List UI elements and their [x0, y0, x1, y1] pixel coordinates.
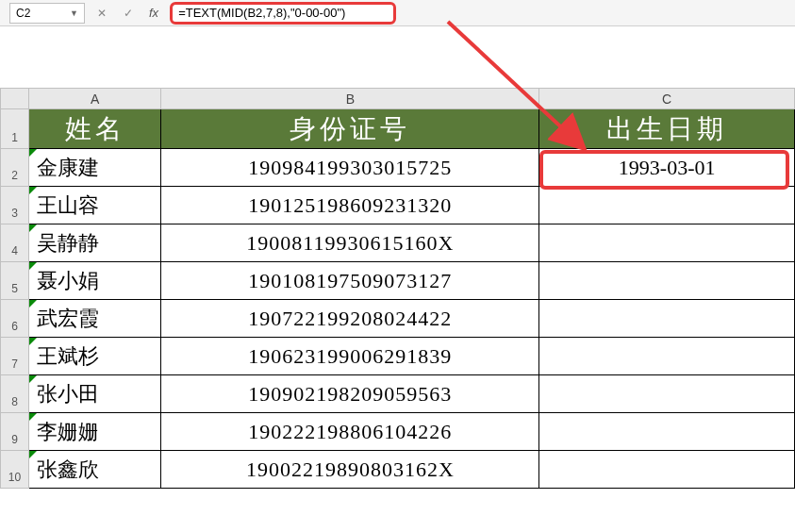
table-row: 3 王山容 190125198609231320	[1, 187, 795, 224]
error-indicator-icon	[29, 300, 37, 308]
error-indicator-icon	[29, 224, 37, 232]
cell-name[interactable]: 吴静静	[29, 224, 161, 262]
formula-text: =TEXT(MID(B2,7,8),"0-00-00")	[178, 6, 345, 20]
cell-id[interactable]: 19002219890803162X	[161, 451, 539, 489]
row-number[interactable]: 6	[1, 300, 29, 338]
cell-name[interactable]: 聂小娟	[29, 262, 161, 300]
formula-toolbar: C2 ▼ ✕ ✓ fx =TEXT(MID(B2,7,8),"0-00-00")	[0, 0, 795, 26]
row-number[interactable]: 4	[1, 224, 29, 262]
error-indicator-icon	[29, 338, 37, 345]
error-indicator-icon	[29, 375, 37, 383]
spreadsheet-grid: A B C 1 姓名 身份证号 出生日期 2 金康建 1909841993030…	[0, 88, 795, 489]
table-row: 4 吴静静 19008119930615160X	[1, 224, 795, 262]
cell-date[interactable]	[539, 224, 795, 262]
row-number[interactable]: 3	[1, 187, 29, 224]
header-row: 1 姓名 身份证号 出生日期	[1, 109, 795, 149]
table-row: 8 张小田 190902198209059563	[1, 375, 795, 413]
cell-name[interactable]: 金康建	[29, 149, 161, 187]
cell-date[interactable]	[539, 300, 795, 338]
row-number[interactable]: 5	[1, 262, 29, 300]
column-header-a[interactable]: A	[29, 89, 161, 109]
cell-name[interactable]: 武宏霞	[29, 300, 161, 338]
cell-name[interactable]: 张小田	[29, 375, 161, 413]
cell-name[interactable]: 王山容	[29, 187, 161, 224]
cell-id[interactable]: 190902198209059563	[161, 375, 539, 413]
row-number[interactable]: 10	[1, 451, 29, 489]
spacer	[0, 26, 795, 88]
cancel-icon[interactable]: ✕	[92, 4, 111, 23]
error-indicator-icon	[29, 451, 37, 458]
cell-date[interactable]	[539, 262, 795, 300]
row-number[interactable]: 1	[1, 109, 29, 149]
cell-date[interactable]	[539, 338, 795, 375]
cell-date[interactable]	[539, 187, 795, 224]
column-header-row: A B C	[1, 89, 795, 109]
table-row: 9 李姗姗 190222198806104226	[1, 413, 795, 451]
cell-date[interactable]: 1993-03-01	[539, 149, 795, 187]
name-box[interactable]: C2 ▼	[9, 3, 85, 24]
cell-id[interactable]: 190222198806104226	[161, 413, 539, 451]
error-indicator-icon	[29, 187, 37, 194]
row-number[interactable]: 7	[1, 338, 29, 375]
header-name[interactable]: 姓名	[29, 109, 161, 149]
cell-id[interactable]: 190623199006291839	[161, 338, 539, 375]
header-id[interactable]: 身份证号	[161, 109, 539, 149]
cell-name[interactable]: 张鑫欣	[29, 451, 161, 489]
fx-icon[interactable]: fx	[145, 6, 162, 20]
cell-name[interactable]: 王斌杉	[29, 338, 161, 375]
formula-bar[interactable]: =TEXT(MID(B2,7,8),"0-00-00")	[170, 2, 396, 25]
row-number[interactable]: 9	[1, 413, 29, 451]
confirm-icon[interactable]: ✓	[119, 4, 138, 23]
cell-name[interactable]: 李姗姗	[29, 413, 161, 451]
cell-id[interactable]: 190125198609231320	[161, 187, 539, 224]
cell-date[interactable]	[539, 451, 795, 489]
table-row: 7 王斌杉 190623199006291839	[1, 338, 795, 375]
row-number[interactable]: 8	[1, 375, 29, 413]
column-header-b[interactable]: B	[161, 89, 539, 109]
row-number[interactable]: 2	[1, 149, 29, 187]
error-indicator-icon	[29, 149, 37, 157]
cell-id[interactable]: 190984199303015725	[161, 149, 539, 187]
column-header-c[interactable]: C	[539, 89, 795, 109]
name-box-value: C2	[16, 7, 30, 20]
header-date[interactable]: 出生日期	[539, 109, 795, 149]
cell-id[interactable]: 190722199208024422	[161, 300, 539, 338]
cell-id[interactable]: 19008119930615160X	[161, 224, 539, 262]
select-all-corner[interactable]	[1, 89, 29, 109]
error-indicator-icon	[29, 413, 37, 421]
error-indicator-icon	[29, 262, 37, 270]
data-table: A B C 1 姓名 身份证号 出生日期 2 金康建 1909841993030…	[0, 88, 795, 489]
chevron-down-icon[interactable]: ▼	[70, 8, 78, 18]
table-row: 5 聂小娟 190108197509073127	[1, 262, 795, 300]
table-row: 6 武宏霞 190722199208024422	[1, 300, 795, 338]
cell-date[interactable]	[539, 413, 795, 451]
cell-id[interactable]: 190108197509073127	[161, 262, 539, 300]
cell-date[interactable]	[539, 375, 795, 413]
table-row: 2 金康建 190984199303015725 1993-03-01	[1, 149, 795, 187]
table-row: 10 张鑫欣 19002219890803162X	[1, 451, 795, 489]
